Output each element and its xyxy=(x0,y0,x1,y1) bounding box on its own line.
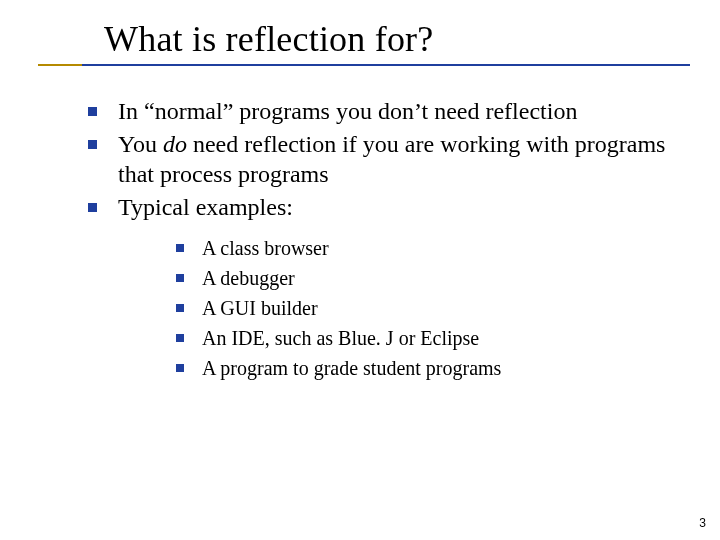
list-item: Typical examples: A class browser A debu… xyxy=(84,192,680,383)
bullet-text-part: You xyxy=(118,131,163,157)
title-block: What is reflection for? xyxy=(38,18,690,66)
bullet-list: In “normal” programs you don’t need refl… xyxy=(84,96,680,383)
list-item: In “normal” programs you don’t need refl… xyxy=(84,96,680,127)
list-item: An IDE, such as Blue. J or Eclipse xyxy=(172,323,680,353)
slide-body: In “normal” programs you don’t need refl… xyxy=(84,96,680,385)
bullet-text: In “normal” programs you don’t need refl… xyxy=(118,98,577,124)
bullet-text-part: need reflection if you are working with … xyxy=(118,131,665,188)
sub-bullet-text: A program to grade student programs xyxy=(202,357,501,379)
sub-bullet-list: A class browser A debugger A GUI builder… xyxy=(118,233,680,383)
list-item: A GUI builder xyxy=(172,293,680,323)
sub-bullet-text: A class browser xyxy=(202,237,329,259)
page-number: 3 xyxy=(699,516,706,530)
list-item: A class browser xyxy=(172,233,680,263)
bullet-text-emphasis: do xyxy=(163,131,187,157)
slide: What is reflection for? In “normal” prog… xyxy=(0,0,720,540)
list-item: A debugger xyxy=(172,263,680,293)
bullet-text: Typical examples: xyxy=(118,194,293,220)
sub-bullet-text: A GUI builder xyxy=(202,297,318,319)
list-item: You do need reflection if you are workin… xyxy=(84,129,680,190)
title-underline xyxy=(38,64,690,66)
list-item: A program to grade student programs xyxy=(172,353,680,383)
slide-title: What is reflection for? xyxy=(38,18,690,62)
sub-bullet-text: An IDE, such as Blue. J or Eclipse xyxy=(202,327,479,349)
sub-bullet-text: A debugger xyxy=(202,267,295,289)
